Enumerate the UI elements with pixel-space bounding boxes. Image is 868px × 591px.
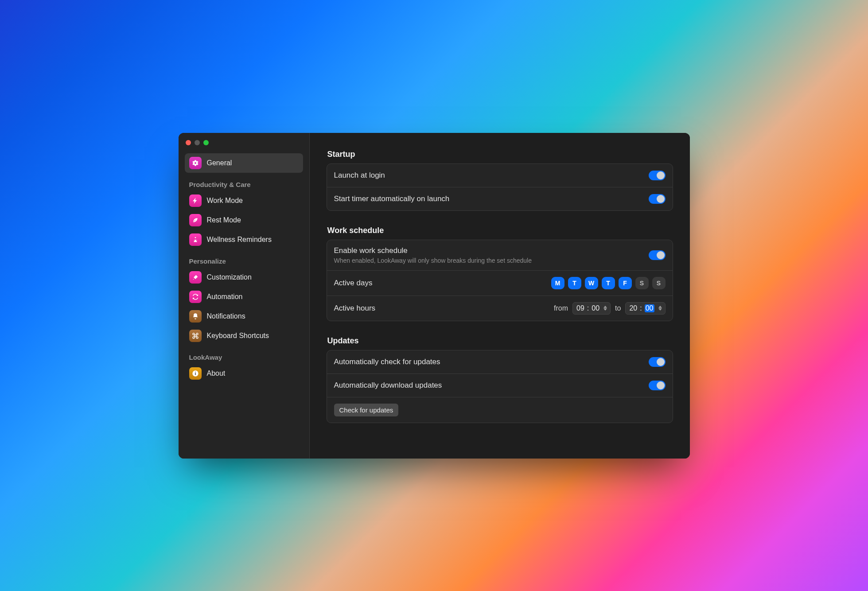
from-label: from: [554, 304, 568, 312]
from-minute[interactable]: 00: [592, 304, 599, 312]
row-auto-check-updates: Automatically check for updates: [327, 350, 673, 373]
day-toggle-sat[interactable]: S: [635, 277, 649, 289]
svg-rect-3: [195, 372, 195, 372]
active-hours-controls: from 09:00 to 20:00: [554, 302, 665, 315]
stepper-icon[interactable]: [602, 303, 608, 313]
toggle-auto-download-updates[interactable]: [649, 381, 666, 390]
sidebar-item-keyboard-shortcuts[interactable]: Keyboard Shortcuts: [185, 326, 303, 346]
sidebar-item-label: Customization: [207, 273, 252, 281]
sidebar-section-lookaway: LookAway: [185, 346, 303, 364]
sidebar-item-about[interactable]: About: [185, 364, 303, 383]
gear-icon: [189, 157, 202, 169]
window-controls: [185, 138, 303, 153]
toggle-auto-check-updates[interactable]: [649, 357, 666, 367]
sidebar-item-label: Automation: [207, 293, 243, 301]
row-active-days: Active days M T W T F S S: [327, 270, 673, 296]
sidebar-item-label: About: [207, 369, 226, 377]
sidebar-item-notifications[interactable]: Notifications: [185, 307, 303, 326]
sidebar-item-work-mode[interactable]: Work Mode: [185, 191, 303, 210]
row-label: Automatically check for updates: [334, 358, 440, 366]
sidebar-item-label: General: [207, 159, 232, 167]
to-label: to: [615, 304, 621, 312]
active-days-selector: M T W T F S S: [551, 277, 666, 289]
preferences-window: General Productivity & Care Work Mode Re…: [179, 133, 690, 459]
section-title-work-schedule: Work schedule: [327, 226, 673, 235]
day-toggle-sun[interactable]: S: [652, 277, 666, 289]
sidebar-item-label: Keyboard Shortcuts: [207, 332, 269, 340]
svg-rect-2: [195, 373, 195, 375]
close-window-button[interactable]: [186, 140, 191, 145]
sidebar-item-automation[interactable]: Automation: [185, 287, 303, 307]
sidebar-item-rest-mode[interactable]: Rest Mode: [185, 210, 303, 230]
startup-card: Launch at login Start timer automaticall…: [327, 163, 673, 211]
main-panel: Startup Launch at login Start timer auto…: [310, 133, 690, 459]
sidebar-section-productivity: Productivity & Care: [185, 173, 303, 191]
row-active-hours: Active hours from 09:00 to 20:00: [327, 296, 673, 321]
row-label: Active hours: [334, 304, 376, 313]
stepper-icon[interactable]: [657, 303, 663, 313]
row-label: Enable work schedule: [334, 246, 532, 255]
zoom-window-button[interactable]: [203, 140, 209, 145]
svg-point-0: [195, 237, 196, 238]
sidebar-item-wellness-reminders[interactable]: Wellness Reminders: [185, 230, 303, 249]
toggle-launch-at-login[interactable]: [649, 171, 666, 180]
day-toggle-tue[interactable]: T: [568, 277, 581, 289]
row-enable-work-schedule: Enable work schedule When enabled, LookA…: [327, 240, 673, 270]
from-time-input[interactable]: 09:00: [572, 302, 611, 315]
sidebar-item-customization[interactable]: Customization: [185, 268, 303, 287]
work-schedule-card: Enable work schedule When enabled, LookA…: [327, 240, 673, 321]
info-icon: [189, 367, 202, 380]
paintbrush-icon: [189, 271, 202, 284]
bolt-icon: [189, 194, 202, 207]
sidebar-item-label: Work Mode: [207, 197, 243, 205]
section-title-startup: Startup: [327, 150, 673, 159]
row-label: Launch at login: [334, 171, 385, 180]
row-label: Start timer automatically on launch: [334, 194, 450, 203]
section-title-updates: Updates: [327, 336, 673, 346]
sidebar: General Productivity & Care Work Mode Re…: [179, 133, 310, 459]
to-time-input[interactable]: 20:00: [625, 302, 665, 315]
from-hour[interactable]: 09: [576, 304, 584, 312]
row-label: Automatically download updates: [334, 381, 442, 390]
sidebar-item-general[interactable]: General: [185, 153, 303, 173]
sidebar-item-label: Rest Mode: [207, 216, 241, 224]
check-for-updates-button[interactable]: Check for updates: [334, 404, 399, 416]
row-auto-download-updates: Automatically download updates: [327, 373, 673, 397]
row-launch-at-login: Launch at login: [327, 164, 673, 187]
bell-icon: [189, 310, 202, 323]
toggle-start-timer[interactable]: [649, 194, 666, 204]
row-label: Active days: [334, 279, 373, 288]
sidebar-item-label: Wellness Reminders: [207, 236, 272, 244]
day-toggle-mon[interactable]: M: [551, 277, 564, 289]
updates-card: Automatically check for updates Automati…: [327, 350, 673, 423]
day-toggle-thu[interactable]: T: [602, 277, 615, 289]
meditation-icon: [189, 233, 202, 246]
day-toggle-wed[interactable]: W: [585, 277, 598, 289]
day-toggle-fri[interactable]: F: [619, 277, 632, 289]
minimize-window-button[interactable]: [195, 140, 200, 145]
sidebar-section-personalize: Personalize: [185, 249, 303, 268]
to-hour[interactable]: 20: [629, 304, 637, 312]
toggle-enable-work-schedule[interactable]: [649, 250, 666, 260]
row-description: When enabled, LookAway will only show br…: [334, 257, 532, 264]
sidebar-item-label: Notifications: [207, 312, 245, 320]
row-check-updates-button: Check for updates: [327, 397, 673, 423]
to-minute[interactable]: 00: [645, 304, 654, 312]
sync-icon: [189, 291, 202, 303]
row-start-timer: Start timer automatically on launch: [327, 187, 673, 210]
leaf-icon: [189, 214, 202, 226]
command-icon: [189, 330, 202, 342]
